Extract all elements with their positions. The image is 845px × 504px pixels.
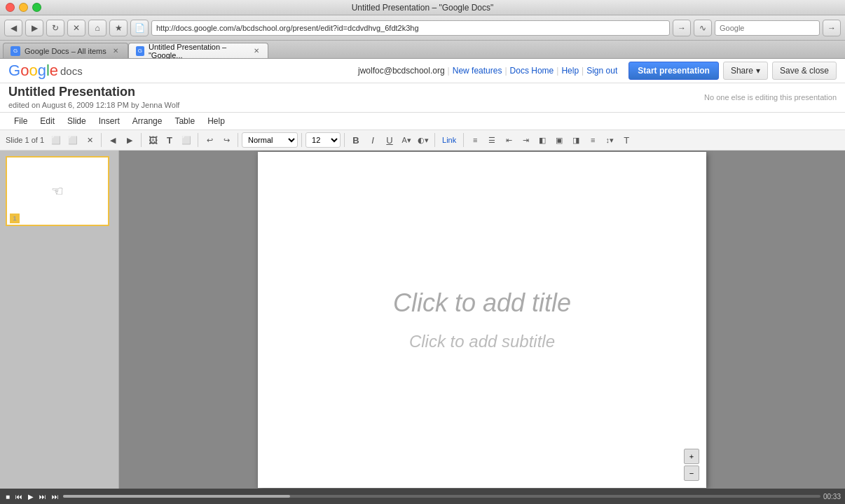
docs-header: Google docs jwolfoc@bcdschool.org | New … xyxy=(0,59,845,83)
share-button[interactable]: Share ▾ xyxy=(723,62,768,80)
no-edit-message: No one else is editing this presentation xyxy=(704,93,837,102)
hand-cursor-icon: ☜ xyxy=(51,183,64,200)
toolbar-sep-3 xyxy=(198,133,198,147)
menu-help[interactable]: Help xyxy=(202,114,231,128)
stop-button[interactable]: ✕ xyxy=(67,20,85,36)
line-spacing-btn[interactable]: ↕▾ xyxy=(602,132,617,148)
minimize-window-btn[interactable] xyxy=(19,3,28,12)
sign-out-link[interactable]: Sign out xyxy=(586,66,617,76)
slide-subtitle-placeholder[interactable]: Click to add subtitle xyxy=(409,332,555,351)
font-size-select[interactable]: 12 xyxy=(305,132,341,148)
media-progress-bar[interactable] xyxy=(63,495,820,498)
insert-text-btn[interactable]: T xyxy=(162,132,177,148)
insert-image-btn[interactable]: 🖼 xyxy=(145,132,160,148)
media-end-btn[interactable]: ⏭ xyxy=(50,492,60,501)
tab-docs-home[interactable]: G Google Docs – All items ✕ xyxy=(3,43,128,58)
undo-btn[interactable]: ↩ xyxy=(202,132,217,148)
menu-table[interactable]: Table xyxy=(169,114,200,128)
toolbar-sep-4 xyxy=(238,133,238,147)
search-input[interactable] xyxy=(715,20,820,36)
tab-close-2[interactable]: ✕ xyxy=(252,46,261,56)
rss-button[interactable]: ∿ xyxy=(694,20,712,36)
page-button[interactable]: 📄 xyxy=(130,20,149,36)
browser-titlebar: Untitled Presentation – "Google Docs" xyxy=(0,0,845,15)
underline-btn[interactable]: U xyxy=(382,132,397,148)
docs-label: docs xyxy=(60,65,83,77)
list-ordered-btn[interactable]: ≡ xyxy=(467,132,483,148)
tab-presentation[interactable]: G Untitled Presentation – "Google... ✕ xyxy=(128,43,268,58)
document-title[interactable]: Untitled Presentation xyxy=(8,85,179,99)
docs-home-link[interactable]: Docs Home xyxy=(510,66,554,76)
redo-btn[interactable]: ↪ xyxy=(219,132,234,148)
indent-decrease-btn[interactable]: ⇤ xyxy=(501,132,516,148)
toolbar-sep-6 xyxy=(344,133,345,147)
menu-bar: File Edit Slide Insert Arrange Table Hel… xyxy=(0,113,845,130)
list-unordered-btn[interactable]: ☰ xyxy=(484,132,500,148)
help-link[interactable]: Help xyxy=(561,66,579,76)
tab-favicon-1: G xyxy=(11,46,20,56)
start-presentation-button[interactable]: Start presentation xyxy=(628,62,719,80)
clear-format-btn[interactable]: T xyxy=(619,132,634,148)
save-close-button[interactable]: Save & close xyxy=(772,62,837,80)
zoom-out-btn[interactable]: − xyxy=(684,465,699,481)
menu-arrange[interactable]: Arrange xyxy=(127,114,168,128)
search-go-button[interactable]: → xyxy=(823,20,841,36)
close-window-btn[interactable] xyxy=(6,3,15,12)
italic-btn[interactable]: I xyxy=(365,132,380,148)
address-bar[interactable] xyxy=(151,20,670,36)
refresh-button[interactable]: ↻ xyxy=(46,20,64,36)
align-right-btn[interactable]: ◨ xyxy=(568,132,584,148)
slide-thumbnail-1[interactable]: ☜ 1 xyxy=(6,156,109,226)
menu-edit[interactable]: Edit xyxy=(34,114,60,128)
slide-layout-btn-3[interactable]: ✕ xyxy=(82,132,97,148)
go-button[interactable]: → xyxy=(673,20,691,36)
menu-insert[interactable]: Insert xyxy=(93,114,125,128)
canvas-area: Click to add title Click to add subtitle… xyxy=(119,150,845,489)
font-style-select[interactable]: Normal xyxy=(242,132,298,148)
home-button[interactable]: ⌂ xyxy=(88,20,107,36)
insert-shape-btn[interactable]: ⬜ xyxy=(179,132,194,148)
document-meta: edited on August 6, 2009 12:18 PM by Jen… xyxy=(8,101,179,109)
user-email: jwolfoc@bcdschool.org xyxy=(358,66,445,76)
link-btn[interactable]: Link xyxy=(439,134,460,146)
slide-area: ☜ 1 Click to add title Click to add subt… xyxy=(0,150,845,489)
text-color-btn[interactable]: A▾ xyxy=(399,132,414,148)
align-left-btn[interactable]: ◧ xyxy=(535,132,550,148)
back-button[interactable]: ◀ xyxy=(4,20,22,36)
traffic-lights xyxy=(6,3,41,12)
slide-layout-btn-1[interactable]: ⬜ xyxy=(48,132,64,148)
browser-navbar: ◀ ▶ ↻ ✕ ⌂ ★ 📄 → ∿ → xyxy=(0,15,845,41)
toolbar-sep-5 xyxy=(301,133,302,147)
indent-increase-btn[interactable]: ⇥ xyxy=(518,132,533,148)
zoom-in-btn[interactable]: + xyxy=(684,449,699,464)
header-actions: Start presentation Share ▾ Save & close xyxy=(628,62,837,80)
bold-btn[interactable]: B xyxy=(348,132,364,148)
media-fastforward-btn[interactable]: ⏭ xyxy=(38,492,48,501)
slide-title-placeholder[interactable]: Click to add title xyxy=(393,288,571,318)
toolbar-sep-2 xyxy=(141,133,142,147)
toolbar-btn-right[interactable]: ▶ xyxy=(122,132,137,148)
bookmark-button[interactable]: ★ xyxy=(109,20,128,36)
slide-info: Slide 1 of 1 xyxy=(6,136,44,144)
toolbar-btn-left[interactable]: ◀ xyxy=(105,132,121,148)
media-rewind-btn[interactable]: ⏮ xyxy=(14,492,24,501)
window-title: Untitled Presentation – "Google Docs" xyxy=(352,3,494,13)
slide-layout-btn-2[interactable]: ⬜ xyxy=(65,132,81,148)
media-play-btn[interactable]: ▶ xyxy=(27,492,35,501)
slide-canvas[interactable]: Click to add title Click to add subtitle… xyxy=(258,152,706,488)
media-stop-btn[interactable]: ■ xyxy=(4,492,11,501)
new-features-link[interactable]: New features xyxy=(453,66,502,76)
forward-button[interactable]: ▶ xyxy=(25,20,43,36)
highlight-btn[interactable]: ◐▾ xyxy=(415,132,431,148)
toolbar-sep-8 xyxy=(463,133,464,147)
media-bar: ■ ⏮ ▶ ⏭ ⏭ 00:33 xyxy=(0,489,845,504)
tab-close-1[interactable]: ✕ xyxy=(111,46,121,56)
menu-file[interactable]: File xyxy=(8,114,33,128)
align-center-btn[interactable]: ▣ xyxy=(551,132,567,148)
tab-label-2: Untitled Presentation – "Google... xyxy=(149,43,248,59)
maximize-window-btn[interactable] xyxy=(32,3,41,12)
doc-title-bar: Untitled Presentation edited on August 6… xyxy=(0,83,845,113)
menu-slide[interactable]: Slide xyxy=(62,114,92,128)
align-justify-btn[interactable]: ≡ xyxy=(585,132,600,148)
header-user-links: jwolfoc@bcdschool.org | New features | D… xyxy=(358,66,617,76)
